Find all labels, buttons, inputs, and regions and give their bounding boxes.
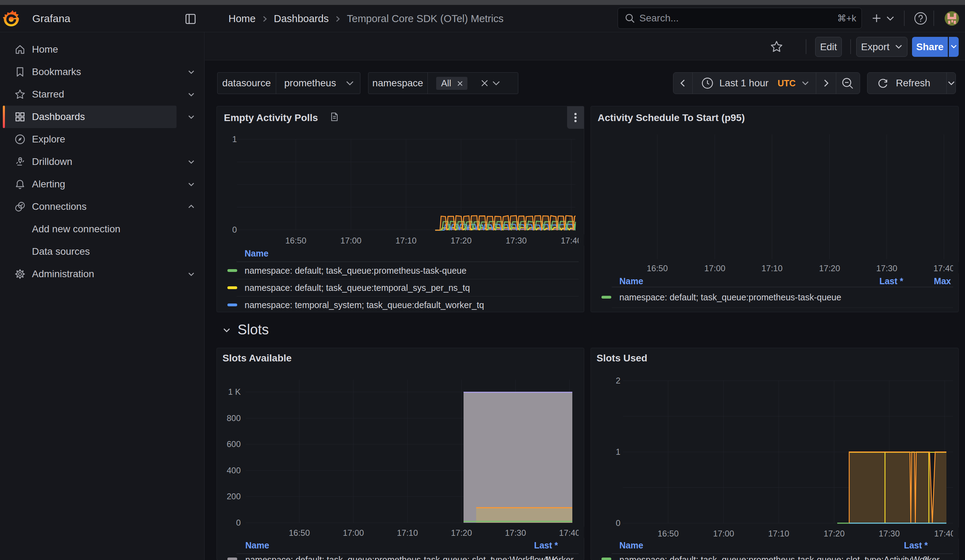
svg-text:17:00: 17:00	[713, 529, 734, 538]
svg-text:1: 1	[232, 134, 237, 144]
svg-text:Name: Name	[619, 540, 643, 550]
svg-text:200: 200	[227, 491, 241, 501]
svg-text:17:40: 17:40	[559, 528, 580, 537]
svg-text:namespace: temporal_system; ta: namespace: temporal_system; task_queue:d…	[245, 300, 484, 310]
svg-text:1 K: 1 K	[545, 555, 558, 560]
svg-text:17:20: 17:20	[451, 236, 472, 245]
svg-text:0: 0	[616, 518, 620, 528]
svg-text:1 K: 1 K	[228, 387, 241, 397]
svg-text:2: 2	[616, 376, 620, 385]
svg-text:17:30: 17:30	[876, 263, 897, 273]
svg-text:Name: Name	[245, 540, 269, 550]
svg-text:400: 400	[227, 465, 241, 475]
svg-text:17:10: 17:10	[768, 529, 789, 538]
svg-text:17:30: 17:30	[879, 529, 900, 538]
svg-text:800: 800	[227, 413, 241, 423]
svg-text:17:00: 17:00	[704, 263, 725, 273]
svg-text:Name: Name	[245, 248, 268, 258]
svg-text:17:40: 17:40	[934, 263, 955, 273]
svg-text:17:20: 17:20	[451, 528, 472, 537]
svg-text:namespace: default; task_queue: namespace: default; task_queue:prometheu…	[619, 292, 841, 302]
svg-text:17:00: 17:00	[343, 528, 364, 537]
svg-text:Last *: Last *	[879, 276, 903, 286]
svg-text:16:50: 16:50	[658, 529, 679, 538]
svg-text:namespace: default; task_queue: namespace: default; task_queue:prometheu…	[245, 266, 466, 276]
svg-text:17:00: 17:00	[340, 236, 361, 245]
svg-text:16:50: 16:50	[285, 236, 306, 245]
svg-text:1: 1	[616, 447, 620, 457]
svg-text:16:50: 16:50	[289, 528, 310, 537]
svg-text:17:30: 17:30	[505, 528, 526, 537]
svg-text:17:10: 17:10	[397, 528, 418, 537]
svg-text:namespace: default; task_queue: namespace: default; task_queue:prometheu…	[245, 555, 574, 560]
svg-text:17:30: 17:30	[505, 236, 527, 245]
svg-text:Name: Name	[619, 276, 643, 286]
svg-text:namespace: default; task_queue: namespace: default; task_queue:temporal_…	[245, 283, 470, 292]
svg-text:Last *: Last *	[534, 540, 558, 550]
svg-text:17:20: 17:20	[824, 529, 845, 538]
svg-text:17:20: 17:20	[819, 263, 840, 273]
svg-text:Last *: Last *	[904, 540, 928, 550]
svg-text:Max: Max	[934, 276, 951, 286]
svg-text:17:40: 17:40	[934, 529, 955, 538]
svg-text:17:10: 17:10	[762, 263, 782, 273]
svg-text:0: 0	[232, 225, 237, 234]
svg-text:16:50: 16:50	[647, 263, 668, 273]
svg-text:namespace: default; task_queue: namespace: default; task_queue:prometheu…	[619, 555, 940, 560]
svg-text:0: 0	[236, 518, 241, 527]
svg-text:17:10: 17:10	[396, 236, 417, 245]
svg-text:600: 600	[227, 439, 241, 449]
svg-text:0: 0	[923, 555, 928, 560]
